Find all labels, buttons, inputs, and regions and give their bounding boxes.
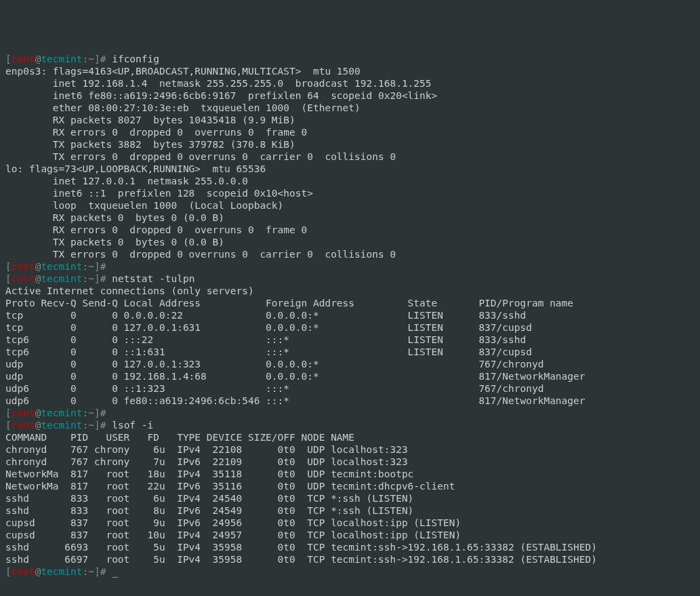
netstat-columns: Proto Recv-Q Send-Q Local Address Foreig… [5, 297, 695, 309]
bracket-close: ] [94, 420, 100, 431]
ifconfig-output-line: inet6 ::1 prefixlen 128 scopeid 0x10<hos… [5, 187, 695, 199]
bracket-close: ] [94, 261, 100, 272]
bracket-open: [ [5, 273, 12, 284]
prompt-hash: # [100, 261, 112, 272]
prompt-host: tecmint [41, 420, 82, 431]
bracket-open: [ [5, 408, 12, 418]
prompt-line: [root@tecmint:~]# [5, 407, 695, 419]
prompt-path: ~ [88, 261, 94, 272]
bracket-close: ] [94, 408, 100, 418]
netstat-row: udp 0 0 127.0.0.1:323 0.0.0.0:* 767/chro… [5, 358, 695, 370]
prompt-line[interactable]: [root@tecmint:~]# _ [5, 565, 695, 578]
command-text: netstat -tulpn [112, 273, 194, 284]
lsof-row: cupsd 837 root 9u IPv6 24956 0t0 TCP loc… [5, 517, 695, 529]
prompt-colon: : [83, 420, 89, 431]
prompt-line: [root@tecmint:~]# netstat -tulpn [5, 273, 695, 285]
ifconfig-output-line: RX errors 0 dropped 0 overruns 0 frame 0 [5, 224, 695, 236]
ifconfig-output-line: ether 08:00:27:10:3e:eb txqueuelen 1000 … [5, 102, 695, 114]
prompt-user: root [12, 273, 35, 284]
lsof-row: sshd 6697 root 5u IPv4 35958 0t0 TCP tec… [5, 553, 695, 565]
netstat-row: tcp6 0 0 ::1:631 :::* LISTEN 837/cupsd [5, 346, 695, 358]
netstat-header: Active Internet connections (only server… [5, 285, 695, 297]
lsof-row: NetworkMa 817 root 22u IPv6 35116 0t0 UD… [5, 480, 695, 492]
prompt-colon: : [83, 261, 89, 272]
ifconfig-output-line: RX packets 8027 bytes 10435418 (9.9 MiB) [5, 114, 695, 126]
lsof-columns: COMMAND PID USER FD TYPE DEVICE SIZE/OFF… [5, 431, 695, 443]
cursor-underscore-icon: _ [112, 566, 118, 577]
prompt-hash: # [100, 420, 112, 431]
bracket-open: [ [5, 54, 12, 64]
command-text: lsof -i [112, 420, 153, 431]
prompt-user: root [12, 261, 35, 272]
prompt-hash: # [100, 408, 112, 418]
ifconfig-output-line: lo: flags=73<UP,LOOPBACK,RUNNING> mtu 65… [5, 163, 695, 175]
ifconfig-output-line: TX errors 0 dropped 0 overruns 0 carrier… [5, 151, 695, 163]
terminal-output[interactable]: [root@tecmint:~]# ifconfigenp0s3: flags=… [5, 53, 695, 578]
prompt-host: tecmint [41, 54, 82, 64]
prompt-colon: : [83, 273, 89, 284]
prompt-line: [root@tecmint:~]# lsof -i [5, 419, 695, 431]
prompt-path: ~ [88, 54, 94, 64]
lsof-row: sshd 6693 root 5u IPv4 35958 0t0 TCP tec… [5, 541, 695, 553]
ifconfig-output-line: RX packets 0 bytes 0 (0.0 B) [5, 212, 695, 224]
ifconfig-output-line: TX packets 3882 bytes 379782 (370.8 KiB) [5, 138, 695, 151]
netstat-row: tcp 0 0 0.0.0.0:22 0.0.0.0:* LISTEN 833/… [5, 309, 695, 321]
prompt-path: ~ [88, 273, 94, 284]
bracket-close: ] [94, 273, 100, 284]
netstat-row: tcp 0 0 127.0.0.1:631 0.0.0.0:* LISTEN 8… [5, 321, 695, 334]
netstat-row: tcp6 0 0 :::22 :::* LISTEN 833/sshd [5, 334, 695, 346]
lsof-row: chronyd 767 chrony 7u IPv6 22109 0t0 UDP… [5, 456, 695, 468]
prompt-host: tecmint [41, 273, 82, 284]
prompt-user: root [12, 54, 35, 64]
prompt-colon: : [83, 408, 89, 418]
lsof-row: chronyd 767 chrony 6u IPv4 22108 0t0 UDP… [5, 443, 695, 456]
netstat-row: udp6 0 0 ::1:323 :::* 767/chronyd [5, 382, 695, 395]
prompt-line: [root@tecmint:~]# ifconfig [5, 53, 695, 65]
prompt-line: [root@tecmint:~]# [5, 260, 695, 273]
ifconfig-output-line: TX errors 0 dropped 0 overruns 0 carrier… [5, 248, 695, 260]
ifconfig-output-line: inet 192.168.1.4 netmask 255.255.255.0 b… [5, 77, 695, 90]
bracket-close: ] [94, 54, 100, 64]
bracket-open: [ [5, 420, 12, 431]
ifconfig-output-line: inet6 fe80::a619:2496:6cb6:9167 prefixle… [5, 90, 695, 102]
ifconfig-output-line: RX errors 0 dropped 0 overruns 0 frame 0 [5, 126, 695, 138]
prompt-user: root [12, 408, 35, 418]
prompt-colon: : [83, 54, 89, 64]
lsof-row: sshd 833 root 8u IPv6 24549 0t0 TCP *:ss… [5, 504, 695, 517]
ifconfig-output-line: inet 127.0.0.1 netmask 255.0.0.0 [5, 175, 695, 187]
prompt-host: tecmint [41, 261, 82, 272]
bracket-open: [ [5, 261, 12, 272]
ifconfig-output-line: loop txqueuelen 1000 (Local Loopback) [5, 199, 695, 212]
ifconfig-output-line: enp0s3: flags=4163<UP,BROADCAST,RUNNING,… [5, 65, 695, 77]
netstat-row: udp6 0 0 fe80::a619:2496:6cb:546 :::* 81… [5, 395, 695, 407]
command-text: ifconfig [112, 54, 159, 64]
ifconfig-output-line: TX packets 0 bytes 0 (0.0 B) [5, 236, 695, 248]
prompt-hash: # [100, 273, 112, 284]
netstat-row: udp 0 0 192.168.1.4:68 0.0.0.0:* 817/Net… [5, 370, 695, 382]
lsof-row: cupsd 837 root 10u IPv4 24957 0t0 TCP lo… [5, 529, 695, 541]
prompt-host: tecmint [41, 408, 82, 418]
prompt-path: ~ [88, 408, 94, 418]
lsof-row: NetworkMa 817 root 18u IPv4 35118 0t0 UD… [5, 468, 695, 480]
prompt-path: ~ [88, 420, 94, 431]
prompt-hash: # [100, 54, 112, 64]
lsof-row: sshd 833 root 6u IPv4 24540 0t0 TCP *:ss… [5, 492, 695, 504]
prompt-user: root [12, 420, 35, 431]
